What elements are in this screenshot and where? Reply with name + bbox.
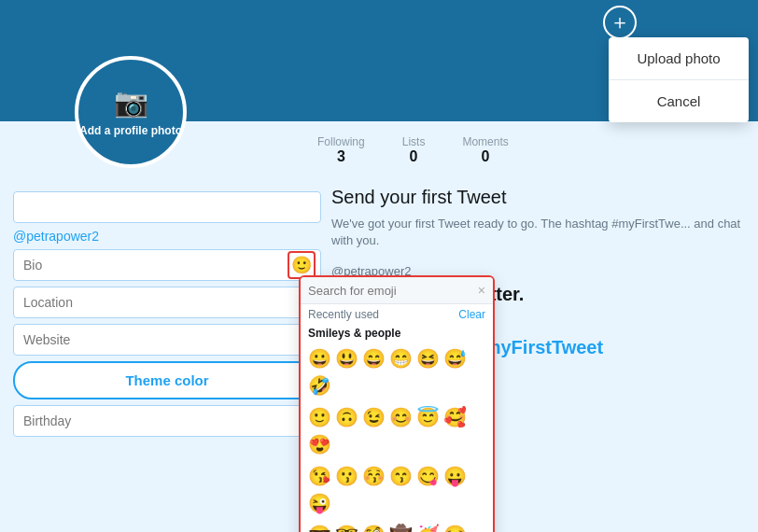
emoji-cell[interactable]: 😃 [333,345,359,371]
stat-lists: Lists 0 [402,135,426,165]
emoji-cell[interactable]: 🧐 [360,522,386,532]
emoji-grid-row4: 😎 🤓 🧐 🤠 🥳 😏 😒 [301,520,493,532]
stats-row: Following 3 Lists 0 Moments 0 [317,135,509,165]
emoji-clear-button[interactable]: Clear [458,308,485,321]
emoji-cell[interactable]: 🙂 [306,404,332,430]
emoji-cell[interactable]: 😀 [306,345,332,371]
emoji-cell[interactable]: 😘 [306,463,332,489]
emoji-cell[interactable]: 😇 [414,404,441,430]
emoji-cell[interactable]: 🤣 [306,372,332,399]
moments-label: Moments [462,135,508,148]
emoji-cell[interactable]: 😊 [387,404,414,430]
emoji-cell[interactable]: 😏 [442,522,468,532]
emoji-grid-row1: 😀 😃 😄 😁 😆 😅 🤣 [301,343,493,402]
emoji-cell[interactable]: 😆 [414,345,441,371]
bio-row: 🙂 [13,249,321,281]
emoji-cell[interactable]: 🥰 [442,404,468,430]
recently-used-label: Recently used [308,308,379,321]
moments-value: 0 [462,148,508,165]
name-input[interactable] [13,191,321,223]
stat-following: Following 3 [317,135,365,165]
profile-form: @petrapower2 🙂 Theme color [13,191,321,442]
banner: ＋ Upload photo Cancel 📷 Add a profile ph… [0,0,758,121]
location-input[interactable] [13,287,321,318]
emoji-cell[interactable]: 😜 [306,490,332,516]
emoji-cell[interactable]: 😎 [306,522,332,532]
bio-input[interactable] [13,249,321,281]
emoji-cell[interactable]: 😍 [306,431,332,457]
emoji-picker: × Recently used Clear Smileys & people 😀… [299,275,495,532]
first-tweet-desc: We've got your first Tweet ready to go. … [331,216,742,249]
username-label: @petrapower2 [13,229,321,244]
emoji-cell[interactable]: 🤠 [387,522,414,532]
first-tweet-title: Send your first Tweet [331,187,742,208]
emoji-grid-row3: 😘 😗 😚 😙 😋 😛 😜 [301,461,493,520]
profile-photo-circle[interactable]: 📷 Add a profile photo [75,56,187,168]
emoji-search-input[interactable] [308,284,478,298]
theme-color-button[interactable]: Theme color [13,361,321,399]
camera-icon: 📷 [114,86,148,119]
emoji-grid-row2: 🙂 🙃 😉 😊 😇 🥰 😍 [301,402,493,461]
stat-moments: Moments 0 [462,135,508,165]
upload-dropdown: Upload photo Cancel [609,37,749,122]
emoji-cell[interactable]: 🤓 [333,522,359,532]
recently-used-header: Recently used Clear [301,304,493,325]
emoji-cell[interactable]: 😙 [387,463,414,489]
emoji-cell[interactable]: 😗 [333,463,359,489]
lists-value: 0 [402,148,426,165]
birthday-input[interactable] [13,405,321,437]
following-value: 3 [317,148,365,165]
website-input[interactable] [13,324,321,356]
upload-photo-option[interactable]: Upload photo [609,37,749,79]
emoji-cell[interactable]: 😁 [387,345,414,371]
add-photo-label: Add a profile photo [79,124,182,139]
following-label: Following [317,135,365,148]
cancel-option[interactable]: Cancel [609,80,749,122]
emoji-cell[interactable]: 😛 [442,463,468,489]
emoji-cell[interactable]: 😚 [360,463,386,489]
emoji-cell[interactable]: 🥳 [414,522,441,532]
add-profile-photo-button[interactable]: ＋ [603,6,637,39]
lists-label: Lists [402,135,426,148]
emoji-cell[interactable]: 😄 [360,345,386,371]
emoji-cell[interactable]: 🙃 [333,404,359,430]
emoji-cell[interactable]: 😉 [360,404,386,430]
emoji-cell[interactable]: 😋 [414,463,441,489]
emoji-close-button[interactable]: × [478,283,485,298]
emoji-search-bar: × [301,277,493,304]
emoji-cell[interactable]: 😅 [442,345,468,371]
emoji-category-label: Smileys & people [301,325,493,343]
